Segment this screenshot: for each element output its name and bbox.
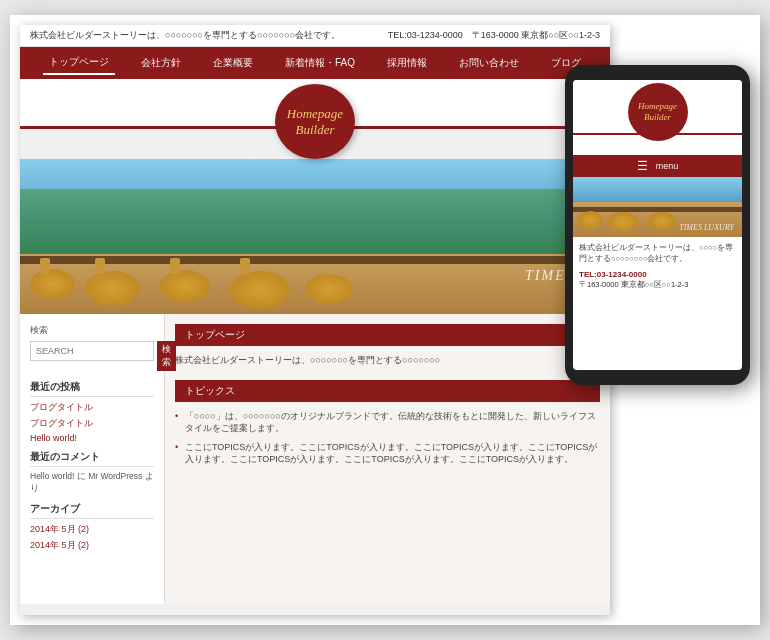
nav-item-contact[interactable]: お問い合わせ [453,52,525,74]
archive-title: アーカイブ [30,503,154,519]
logo-area: Homepage Builder [20,79,610,129]
comment-1: Hello world! に Mr WordPress より [30,471,154,495]
mobile-logo-area: Homepage Builder [573,80,742,135]
nav-bar: トップページ 会社方針 企業概要 新着情報・FAQ 採用情報 お問い合わせ ブロ… [20,47,610,79]
mobile-menu-label: menu [656,161,679,171]
mobile-hero-text: TIMES LUXURY [679,223,734,232]
topics-item-2: ここにTOPICSが入ります。ここにTOPICSが入ります。ここにTOPICSが… [175,441,600,466]
mobile-logo-line1: Homepage [638,101,677,112]
sidebar: 検索 検索 最近の投稿 ブログタイトル ブログタイトル Hello world!… [20,314,165,604]
hero-area: TIMES L [20,159,610,314]
info-bar-left: 株式会社ビルダーストーリーは、○○○○○○○を専門とする○○○○○○○会社です。 [30,29,340,42]
mobile-contact: TEL:03-1234-0000 〒163-0000 東京都○○区○○1-2-3 [579,269,736,291]
mobile-content: 株式会社ビルダーストーリーは、○○○○を専門とする○○○○○○○○会社です。 T… [573,237,742,297]
nav-item-top[interactable]: トップページ [43,51,115,75]
mobile-screen: Homepage Builder ☰ menu TIMES LUXURY 株 [573,80,742,370]
topics-item-1: 「○○○○」は、○○○○○○○のオリジナルブランドです。伝統的な技術をもとに開発… [175,410,600,435]
recent-comments-title: 最近のコメント [30,451,154,467]
mobile-logo-badge: Homepage Builder [628,83,688,141]
mobile-menu-bar[interactable]: ☰ menu [573,155,742,177]
search-box: 検索 [30,341,154,371]
nav-item-recruit[interactable]: 採用情報 [381,52,433,74]
top-page-section-header: トップページ [175,324,600,346]
archive-item-1[interactable]: 2014年 5月 (2) [30,523,154,536]
info-bar: 株式会社ビルダーストーリーは、○○○○○○○を専門とする○○○○○○○会社です。… [20,25,610,47]
search-input[interactable] [30,341,154,361]
archive-item-2[interactable]: 2014年 5月 (2) [30,539,154,552]
main-content: トップページ 株式会社ビルダーストーリーは、○○○○○○○を専門とする○○○○○… [165,314,610,604]
mobile-body-text: 株式会社ビルダーストーリーは、○○○○を専門とする○○○○○○○○会社です。 [579,243,736,264]
topics-list: 「○○○○」は、○○○○○○○のオリジナルブランドです。伝統的な技術をもとに開発… [175,410,600,466]
logo-badge: Homepage Builder [275,84,355,159]
recent-post-2[interactable]: ブログタイトル [30,417,154,430]
recent-post-1[interactable]: ブログタイトル [30,401,154,414]
outer-wrapper: 株式会社ビルダーストーリーは、○○○○○○○を専門とする○○○○○○○会社です。… [10,15,760,625]
mobile-tel: TEL:03-1234-0000 [579,269,736,280]
recent-posts-title: 最近の投稿 [30,381,154,397]
desktop-browser: 株式会社ビルダーストーリーは、○○○○○○○を専門とする○○○○○○○会社です。… [20,25,610,615]
nav-item-news[interactable]: 新着情報・FAQ [279,52,361,74]
mobile-hero: TIMES LUXURY [573,177,742,237]
search-label: 検索 [30,324,154,337]
mobile-logo-line2: Builder [644,112,671,123]
recent-post-3[interactable]: Hello world! [30,433,154,443]
logo-line1: Homepage [287,106,343,122]
hamburger-icon: ☰ [637,159,648,173]
info-bar-right: TEL:03-1234-0000 〒163-0000 東京都○○区○○1-2-3 [388,29,600,42]
topics-section-header: トピックス [175,380,600,402]
logo-line2: Builder [296,122,335,138]
mobile-address: 〒163-0000 東京都○○区○○1-2-3 [579,280,736,291]
content-area: 検索 検索 最近の投稿 ブログタイトル ブログタイトル Hello world!… [20,314,610,604]
nav-item-company[interactable]: 会社方針 [135,52,187,74]
nav-item-overview[interactable]: 企業概要 [207,52,259,74]
top-page-body: 株式会社ビルダーストーリーは、○○○○○○○を専門とする○○○○○○○ [175,354,600,368]
mobile-device: Homepage Builder ☰ menu TIMES LUXURY 株 [565,65,750,385]
